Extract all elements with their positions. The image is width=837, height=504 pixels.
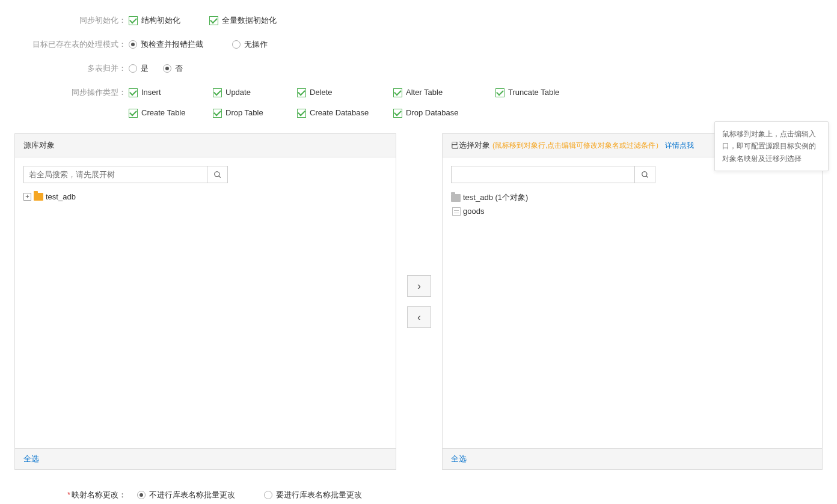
chevron-right-icon: › [417,280,421,293]
radio-label: 预检查并报错拦截 [141,36,203,53]
multi-merge-label: 多表归并： [14,60,129,77]
target-search [451,166,655,183]
check-icon [213,109,222,118]
radio-no-batch[interactable]: 不进行库表名称批量更改 [137,487,235,503]
radio-no[interactable]: 否 [163,60,183,77]
checkbox-label: Alter Table [406,84,443,101]
checkbox-create-table[interactable]: Create Table [129,105,213,121]
checkbox-delete[interactable]: Delete [297,84,393,101]
radio-label: 否 [175,60,183,77]
radio-label: 要进行库表名称批量更改 [276,487,362,503]
check-icon [129,109,138,118]
checkbox-label: Update [225,84,251,101]
source-panel: 源库对象 + test_adb 全选 [14,133,396,470]
detail-link[interactable]: 详情点我 [665,141,694,151]
expand-icon[interactable]: + [23,193,31,201]
checkbox-insert[interactable]: Insert [129,84,213,101]
radio-icon [137,491,146,499]
radio-label: 无操作 [244,36,268,53]
radio-label: 是 [141,60,149,77]
tree-item-label: goods [463,207,484,216]
checkbox-label: Insert [141,84,161,101]
checkbox-create-db[interactable]: Create Database [297,105,393,121]
checkbox-label: Create Database [310,105,369,121]
check-icon [213,88,222,97]
svg-point-2 [642,171,646,176]
check-icon [393,88,402,97]
check-icon [129,16,138,25]
folder-icon [34,193,43,201]
search-icon [641,171,649,179]
source-panel-title: 源库对象 [23,140,55,151]
mapping-label: *映射名称更改： [14,487,129,503]
sync-init-label: 同步初始化： [14,12,129,29]
svg-point-0 [214,171,219,176]
checkbox-label: Truncate Table [508,84,559,101]
check-icon [495,88,504,97]
source-search-button[interactable] [207,166,227,183]
checkbox-label: Drop Database [406,105,458,121]
tree-item-label: test_adb [46,192,76,201]
sync-op-label: 同步操作类型： [14,84,129,101]
radio-icon [163,64,171,73]
check-icon [129,88,138,97]
checkbox-label: Create Table [141,105,185,121]
target-search-button[interactable] [634,166,655,183]
radio-icon [129,40,137,49]
source-search-input[interactable] [24,166,207,183]
tree-item-label: test_adb (1个对象) [463,192,528,203]
checkbox-drop-table[interactable]: Drop Table [213,105,297,121]
radio-do-batch[interactable]: 要进行库表名称批量更改 [264,487,362,503]
target-mode-label: 目标已存在表的处理模式： [14,36,129,53]
checkbox-full-init[interactable]: 全量数据初始化 [209,12,277,29]
source-search [23,166,228,183]
target-select-all-link[interactable]: 全选 [451,454,467,463]
target-panel: 已选择对象 (鼠标移到对象行,点击编辑可修改对象名或过滤条件） 详情点我 tes… [442,133,823,470]
source-select-all-link[interactable]: 全选 [23,454,39,463]
table-icon [452,207,461,216]
move-left-button[interactable]: ‹ [407,306,431,328]
target-db-item[interactable]: test_adb (1个对象) [451,190,814,205]
edit-tooltip: 鼠标移到对象上，点击编辑入口，即可配置源跟目标实例的对象名映射及迁移列选择 [714,121,829,171]
search-icon [213,171,222,179]
chevron-left-icon: ‹ [417,311,421,324]
target-table-item[interactable]: goods [451,205,814,217]
radio-noop[interactable]: 无操作 [232,36,268,53]
folder-icon [451,194,461,202]
checkbox-label: Delete [310,84,333,101]
check-icon [209,16,218,25]
check-icon [393,109,402,118]
target-panel-title: 已选择对象 [451,140,490,151]
svg-line-1 [218,175,220,177]
radio-precheck[interactable]: 预检查并报错拦截 [129,36,203,53]
target-search-input[interactable] [452,166,634,183]
check-icon [297,109,306,118]
radio-label: 不进行库表名称批量更改 [149,487,235,503]
radio-icon [264,491,272,499]
svg-line-3 [646,175,648,177]
checkbox-drop-db[interactable]: Drop Database [393,105,495,121]
radio-yes[interactable]: 是 [129,60,149,77]
radio-icon [129,64,137,73]
radio-icon [232,40,241,49]
target-panel-hint: (鼠标移到对象行,点击编辑可修改对象名或过滤条件） [492,141,663,151]
checkbox-struct-init[interactable]: 结构初始化 [129,12,180,29]
checkbox-update[interactable]: Update [213,84,297,101]
source-tree-item[interactable]: + test_adb [23,190,387,203]
checkbox-alter[interactable]: Alter Table [393,84,495,101]
required-indicator: * [67,490,70,499]
checkbox-label: Drop Table [225,105,263,121]
move-right-button[interactable]: › [407,275,431,297]
check-icon [297,88,306,97]
checkbox-label: 结构初始化 [141,12,180,29]
checkbox-truncate[interactable]: Truncate Table [495,84,616,101]
checkbox-label: 全量数据初始化 [222,12,277,29]
